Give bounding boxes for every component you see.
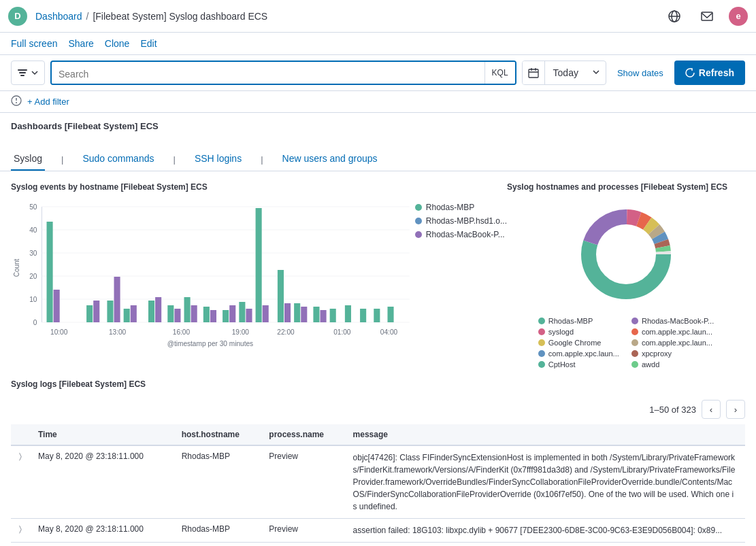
tab-sep-1: | (61, 154, 63, 165)
table-row: 〉 May 8, 2020 @ 23:18:11.000 Rhodas-MBP … (11, 445, 745, 519)
tab-users[interactable]: New users and groups (280, 148, 380, 171)
col-expand (11, 424, 30, 445)
svg-text:13:00: 13:00 (109, 328, 127, 336)
col-time[interactable]: Time (30, 424, 174, 445)
legend-item-1: Rhodas-MBP (415, 203, 507, 212)
svg-rect-42 (203, 307, 210, 322)
svg-rect-28 (47, 222, 53, 322)
pagination-text: 1–50 of 323 (649, 405, 696, 415)
user-avatar[interactable]: e (729, 7, 748, 26)
donut-legend-5: com.apple.xpc.laun... (631, 339, 714, 347)
tab-sudo[interactable]: Sudo commands (80, 148, 157, 171)
cell-message-0: objc[47426]: Class FIFinderSyncExtension… (345, 445, 745, 519)
clone-link[interactable]: Clone (105, 38, 130, 49)
filter-icon[interactable] (11, 95, 22, 108)
pagination-prev[interactable]: ‹ (702, 400, 721, 419)
donut-legend-label-1: Rhodas-MacBook-P... (642, 317, 714, 325)
col-process[interactable]: process.name (261, 424, 344, 445)
col-hostname[interactable]: host.hostname (174, 424, 261, 445)
legend-label-3: Rhodas-MacBook-P... (426, 230, 505, 239)
filter-type-button[interactable] (11, 61, 45, 85)
donut-legend-label-0: Rhodas-MBP (548, 317, 593, 325)
date-picker-text[interactable]: Today (545, 61, 587, 84)
tab-syslog[interactable]: Syslog (11, 148, 45, 171)
table-title: Syslog logs [Filebeat System] ECS (11, 379, 745, 389)
cell-hostname-1: Rhodas-MBP (174, 519, 261, 543)
secondary-nav: Full screen Share Clone Edit (0, 33, 756, 55)
svg-text:20: 20 (29, 273, 37, 280)
svg-text:16:00: 16:00 (173, 328, 191, 336)
expand-icon-1[interactable]: 〉 (19, 524, 22, 534)
legend-label-2: Rhodas-MBP.hsd1.o... (426, 216, 507, 226)
donut-chart-title: Syslog hostnames and processes [Filebeat… (507, 182, 745, 192)
svg-rect-43 (210, 310, 216, 322)
refresh-label: Refresh (699, 67, 734, 78)
svg-rect-4 (18, 69, 27, 71)
svg-rect-40 (184, 297, 191, 322)
show-dates-button[interactable]: Show dates (612, 65, 669, 81)
edit-link[interactable]: Edit (140, 38, 157, 49)
bar-chart-svg-wrap: 50 40 30 20 10 0 Count (11, 200, 410, 349)
svg-rect-57 (345, 305, 351, 322)
svg-text:01:00: 01:00 (333, 328, 351, 336)
donut-legend-0: Rhodas-MBP (538, 317, 621, 325)
svg-text:Count: Count (13, 258, 20, 277)
legend-item-3: Rhodas-MacBook-P... (415, 230, 507, 239)
svg-text:19:00: 19:00 (232, 328, 250, 336)
date-picker[interactable]: Today (522, 61, 606, 85)
svg-rect-46 (239, 302, 245, 322)
donut-legend-label-7: xpcproxy (642, 349, 672, 358)
refresh-button[interactable]: Refresh (674, 61, 745, 85)
donut-legend-label-8: CptHost (548, 360, 576, 369)
globe-icon[interactable] (663, 5, 685, 27)
donut-legend-7: xpcproxy (631, 349, 714, 358)
fullscreen-link[interactable]: Full screen (11, 38, 57, 49)
svg-rect-5 (19, 72, 26, 73)
svg-rect-56 (330, 309, 336, 322)
donut-legend-label-5: com.apple.xpc.laun... (642, 339, 712, 347)
svg-rect-38 (167, 305, 174, 322)
svg-rect-58 (360, 309, 366, 322)
svg-text:30: 30 (29, 250, 37, 257)
svg-rect-45 (229, 305, 235, 322)
svg-rect-60 (387, 307, 393, 322)
cell-message-1: assertion failed: 18G103: libxpc.dylib +… (345, 519, 745, 543)
cell-process-1: Preview (261, 519, 344, 543)
donut-legend-label-4: Google Chrome (548, 339, 602, 347)
bar-chart-section: Syslog events by hostname [Filebeat Syst… (11, 182, 507, 369)
svg-rect-39 (174, 309, 180, 322)
donut-legend-9: awdd (631, 360, 714, 369)
donut-legend-1: Rhodas-MacBook-P... (631, 317, 714, 325)
breadcrumb-separator: / (86, 11, 89, 22)
svg-rect-50 (278, 270, 284, 322)
tab-ssh[interactable]: SSH logins (192, 148, 244, 171)
legend-dot-1 (415, 204, 422, 211)
svg-rect-47 (246, 309, 252, 322)
breadcrumb-home[interactable]: Dashboard (35, 11, 82, 22)
share-link[interactable]: Share (68, 38, 93, 49)
donut-area: Rhodas-MBP Rhodas-MacBook-P... syslogd c… (507, 200, 745, 369)
svg-text:0: 0 (33, 319, 37, 326)
avatar[interactable]: D (8, 7, 27, 26)
donut-legend-3: com.apple.xpc.laun... (631, 328, 714, 336)
col-message[interactable]: message (345, 424, 745, 445)
kql-button[interactable]: KQL (484, 62, 515, 84)
svg-rect-34 (124, 309, 130, 322)
svg-text:10: 10 (29, 296, 37, 303)
calendar-icon[interactable] (523, 61, 545, 84)
date-picker-arrow[interactable] (587, 68, 606, 78)
expand-icon-0[interactable]: 〉 (19, 451, 22, 461)
table-pagination: 1–50 of 323 ‹ › (11, 394, 745, 424)
svg-rect-35 (131, 305, 137, 322)
cell-process-0: Preview (261, 445, 344, 519)
add-filter-button[interactable]: + Add filter (27, 97, 69, 107)
legend-label-1: Rhodas-MBP (426, 203, 474, 212)
mail-icon[interactable] (696, 5, 718, 27)
bar-chart-area: 50 40 30 20 10 0 Count (11, 200, 507, 349)
pagination-next[interactable]: › (726, 400, 745, 419)
svg-rect-6 (20, 75, 24, 76)
svg-rect-53 (301, 307, 307, 322)
charts-row: Syslog events by hostname [Filebeat Syst… (0, 171, 756, 379)
search-input[interactable] (52, 62, 484, 85)
top-bar: D Dashboard / [Filebeat System] Syslog d… (0, 0, 756, 33)
